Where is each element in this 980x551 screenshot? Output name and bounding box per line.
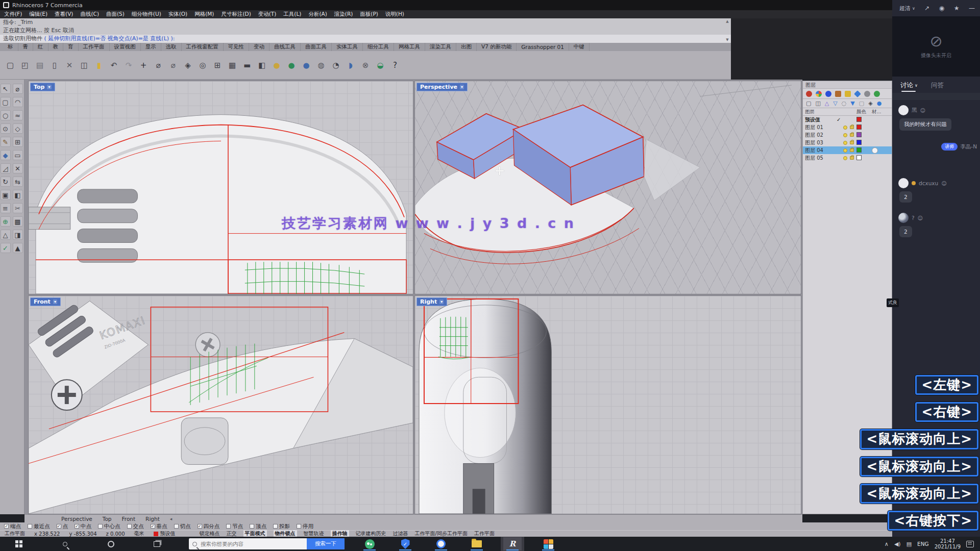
- viewport-perspective[interactable]: Perspective ▾: [414, 81, 801, 294]
- toolbar-icon[interactable]: ◧: [257, 60, 267, 71]
- panel-tab-icon[interactable]: [874, 91, 880, 97]
- osnap-item[interactable]: 中心点: [98, 523, 120, 530]
- layer-tool-icon[interactable]: ▢: [859, 100, 864, 107]
- front-viewport-canvas[interactable]: KOMAXI ZIO-7000A: [29, 296, 413, 514]
- toolbar-tab[interactable]: 工作平面: [79, 43, 110, 51]
- menu-item[interactable]: 渲染(R): [334, 11, 353, 18]
- viewport-perspective-label[interactable]: Perspective ▾: [416, 83, 468, 91]
- tool-icon[interactable]: ⊞: [13, 137, 23, 147]
- toolbar-tab[interactable]: 选取: [161, 43, 182, 51]
- osnap-item[interactable]: 投影: [273, 523, 290, 530]
- layer-tool-icon[interactable]: ▽: [833, 100, 837, 107]
- start-button[interactable]: [7, 537, 31, 551]
- status-toggle[interactable]: 工作平面: [474, 530, 495, 537]
- notification-center-icon[interactable]: [966, 541, 974, 547]
- status-toggle[interactable]: 锁定格点: [200, 530, 220, 537]
- toolbar-tab[interactable]: 育: [63, 43, 79, 51]
- viewport-top[interactable]: Top ▾: [28, 81, 413, 294]
- toolbar-tab[interactable]: 实体工具: [332, 43, 363, 51]
- toolbar-icon[interactable]: ▬: [242, 60, 252, 71]
- osnap-item[interactable]: 顶点: [250, 523, 266, 530]
- osnap-item[interactable]: ✓四分点: [198, 523, 220, 530]
- taskbar-clock[interactable]: 21:47 2021/11/9: [935, 538, 961, 549]
- viewport-front-label[interactable]: Front ▾: [30, 297, 61, 306]
- layer-tool-icon[interactable]: ●: [877, 100, 882, 107]
- tool-icon[interactable]: ≈: [13, 110, 23, 120]
- layer-lock-icon[interactable]: [850, 156, 854, 160]
- osnap-checkbox[interactable]: [273, 524, 278, 529]
- tool-icon[interactable]: ✕: [13, 163, 23, 173]
- osnap-checkbox[interactable]: [297, 524, 301, 529]
- menu-item[interactable]: 工具(L): [283, 11, 301, 18]
- toolbar-icon[interactable]: ●: [272, 60, 282, 71]
- layer-row[interactable]: 预设值✓: [803, 116, 892, 123]
- layer-tool-icon[interactable]: ▢: [806, 100, 811, 107]
- osnap-checkbox[interactable]: [98, 524, 103, 529]
- panel-tab-icon[interactable]: [825, 91, 831, 97]
- tool-icon[interactable]: ○: [1, 110, 11, 120]
- web-search-box[interactable]: 搜索一下: [189, 538, 345, 549]
- viewport-menu-caret[interactable]: ▾: [47, 85, 51, 89]
- menu-item[interactable]: 查看(V): [55, 11, 73, 18]
- tool-icon[interactable]: ◿: [1, 163, 11, 173]
- toolbar-icon[interactable]: ▮: [94, 60, 104, 71]
- viewport-tab[interactable]: Right: [145, 516, 160, 522]
- taskbar-app-wechat[interactable]: [358, 537, 381, 551]
- avatar[interactable]: [898, 178, 909, 188]
- search-input[interactable]: [201, 541, 307, 547]
- layer-tool-icon[interactable]: ◌: [842, 100, 847, 107]
- tool-icon[interactable]: ↖: [1, 84, 11, 94]
- osnap-item[interactable]: 最近点: [28, 523, 50, 530]
- menu-item[interactable]: 面板(P): [360, 11, 378, 18]
- toolbar-icon[interactable]: ?: [390, 60, 400, 71]
- status-toggle[interactable]: 工作平面/同步工作平面: [415, 530, 468, 537]
- announcement-bar[interactable]: [892, 93, 980, 100]
- toolbar-tab[interactable]: 设置视图: [110, 43, 141, 51]
- status-toggle[interactable]: 操作轴: [331, 530, 349, 537]
- toolbar-icon[interactable]: ⊗: [360, 60, 371, 71]
- tool-icon[interactable]: ↻: [1, 177, 11, 187]
- viewport-front[interactable]: KOMAXI ZIO-7000A Front: [28, 295, 413, 514]
- toolbar-icon[interactable]: ◔: [331, 60, 341, 71]
- osnap-item[interactable]: 停用: [297, 523, 313, 530]
- menu-item[interactable]: 分析(A): [308, 11, 327, 18]
- viewport-right[interactable]: Right ▾: [414, 295, 801, 514]
- layer-visibility-bulb-icon[interactable]: [843, 126, 847, 130]
- menu-item[interactable]: 实体(O): [168, 11, 187, 18]
- toolbar-tab[interactable]: 可见性: [224, 43, 250, 51]
- taskbar-search-icon[interactable]: [53, 537, 77, 551]
- toolbar-icon[interactable]: ●: [286, 60, 297, 71]
- volume-icon[interactable]: ◀): [894, 541, 901, 547]
- record-icon[interactable]: ◉: [939, 5, 944, 12]
- toolbar-tab[interactable]: Grasshopper 01: [517, 43, 569, 51]
- osnap-checkbox[interactable]: [28, 524, 32, 529]
- layer-row[interactable]: 图层 02: [803, 131, 892, 139]
- tool-icon[interactable]: △: [1, 230, 11, 240]
- viewport-right-label[interactable]: Right ▾: [416, 297, 447, 306]
- layer-color-cell[interactable]: [856, 117, 872, 123]
- osnap-item[interactable]: 切点: [174, 523, 191, 530]
- toolbar-tab[interactable]: 工作视窗配置: [182, 43, 224, 51]
- osnap-item[interactable]: ✓端点: [4, 523, 21, 530]
- layer-row[interactable]: 图层 05: [803, 154, 892, 162]
- panel-tab-icon[interactable]: [864, 91, 870, 97]
- menu-item[interactable]: 文件(F): [4, 11, 22, 18]
- tool-icon[interactable]: ◇: [13, 123, 23, 134]
- osnap-checkbox[interactable]: [127, 524, 132, 529]
- status-layer[interactable]: 预设值: [149, 530, 180, 537]
- toolbar-icon[interactable]: +: [138, 60, 149, 71]
- menu-item[interactable]: 细分物件(U): [132, 11, 161, 18]
- tool-icon[interactable]: ◨: [13, 230, 23, 240]
- menu-item[interactable]: 曲面(S): [106, 11, 125, 18]
- status-toggle[interactable]: 平面模式: [243, 530, 267, 537]
- osnap-checkbox[interactable]: [250, 524, 254, 529]
- osnap-checkbox[interactable]: [174, 524, 179, 529]
- viewport-menu-caret[interactable]: ▾: [439, 299, 444, 304]
- tab-qa[interactable]: 问答: [931, 81, 944, 90]
- tool-icon[interactable]: ✎: [1, 137, 11, 147]
- toolbar-tab[interactable]: V7 的新功能: [477, 43, 517, 51]
- command-scrollbar[interactable]: ▲▼: [725, 19, 730, 42]
- search-button[interactable]: 搜索一下: [307, 538, 345, 549]
- layer-material-ball[interactable]: [872, 147, 878, 154]
- share-icon[interactable]: ↗: [924, 5, 929, 12]
